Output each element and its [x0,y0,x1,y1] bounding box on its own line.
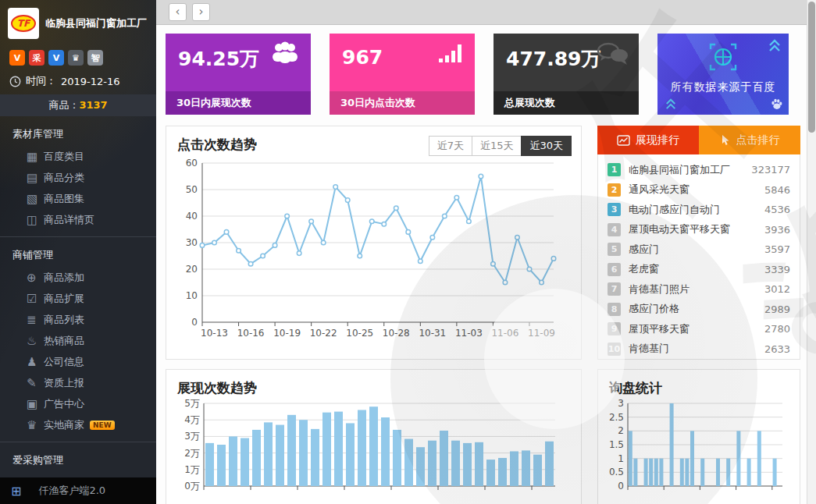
svg-text:10-28: 10-28 [383,328,410,339]
v-cert-badge: V [9,50,25,66]
rank-row: 8感应门价格2989 [608,300,790,320]
rank-value: 2989 [764,303,790,315]
menu-section: 素材库管理▦百度类目▤商品分类▧商品图集◫商品详情页 [0,116,156,230]
sidebar-item-label: 广告中心 [44,397,84,411]
rank-badge: 1 [608,163,621,176]
menu-section-title: 商铺管理 [0,242,156,267]
sidebar-item-label: 公司信息 [44,355,84,369]
user-icon: ♟ [27,355,44,369]
sidebar-item-热销商品[interactable]: ♨热销商品 [0,330,156,351]
company-logo: TF [8,8,39,39]
stat-card-total-impressions: 477.89万 总展现次数 [494,34,639,115]
sidebar-item-百度类目[interactable]: ▦百度类目 [0,146,156,167]
time-row: 时间： 2019-12-16 [0,67,156,94]
svg-text:3万: 3万 [184,431,200,442]
client-app-icon: ⊞ [11,484,21,499]
svg-text:1: 1 [618,453,624,464]
sidebar-item-label: 商品分类 [44,171,84,185]
rank-row: 7肯德基门照片3012 [608,279,790,300]
rank-row: 4屋顶电动天窗平移天窗3936 [608,220,790,240]
svg-text:10-16: 10-16 [237,328,265,339]
stat-card-impressions-30d: 94.25万 30日内展现次数 [166,34,311,115]
doc-check-icon: ☑ [27,292,44,306]
scrollbar-thumb[interactable] [808,2,815,133]
range-tab-近7天[interactable]: 近7天 [429,136,472,156]
product-count: 3137 [79,99,107,111]
product-count-bar: 商品：3137 [0,94,156,116]
rank-name: 老虎窗 [629,262,764,276]
sidebar-item-公司信息[interactable]: ♟公司信息 [0,351,156,372]
svg-text:10: 10 [186,290,198,301]
doc-plus-icon: ✎ [27,376,44,390]
rank-row: 2通风采光天窗5846 [608,180,790,201]
svg-text:40: 40 [186,211,198,222]
clicks-trend-line-chart: 010203040506010-1310-1610-1910-2210-2510… [173,155,563,344]
sidebar-item-商品图集[interactable]: ▧商品图集 [0,188,156,209]
forward-button[interactable]: › [192,3,210,21]
image-icon: ▧ [27,192,44,206]
rank-name: 肯德基门 [629,342,764,356]
tab-click-ranking[interactable]: 点击排行 [699,126,800,154]
sidebar-item-广告中心[interactable]: ▣广告中心 [0,393,156,414]
rank-badge: 2 [608,183,621,197]
tab-impression-ranking[interactable]: 展现排行 [597,126,699,154]
clock-icon [9,76,21,87]
stat-cards-row: 94.25万 30日内展现次数 967 30日内点击次数 [166,34,810,115]
rank-badge: 5 [608,243,621,256]
rank-name: 肯德基门照片 [629,282,764,296]
range-tab-近15天[interactable]: 近15天 [472,136,522,156]
tab-label: 点击排行 [736,133,780,147]
vertical-scrollbar[interactable] [807,0,816,504]
dashboard-content: 94.25万 30日内展现次数 967 30日内点击次数 [156,25,816,504]
banner-text: 所有数据来源于百度 [657,80,789,94]
flame-icon: ♨ [27,334,44,348]
menu-section-title: 爱采购管理 [0,447,156,472]
brand: TF 临朐县同福门窗加工厂 [0,0,156,44]
rank-name: 感应门 [629,243,764,257]
layers-icon: ▤ [27,171,44,185]
chevrons-up-icon [768,38,781,52]
sidebar: TF 临朐县同福门窗加工厂 V采V♛智 时间： 2019-12-16 商品：31… [0,0,156,504]
rank-badge: 4 [608,223,621,236]
zhi-shield-badge: 智 [87,50,103,66]
sidebar-item-label: 百度类目 [44,150,84,164]
chevron-right-icon: › [199,5,204,19]
svg-text:10-22: 10-22 [310,328,337,339]
page-icon: ◫ [27,213,44,227]
new-badge: NEW [90,421,115,430]
impressions-trend-panel: 展现次数趋势 0万1万2万3万4万5万 [166,369,582,504]
sidebar-item-商品详情页[interactable]: ◫商品详情页 [0,209,156,230]
time-value: 2019-12-16 [61,76,120,87]
client-label: 仟渔客户端2.0 [38,484,105,498]
range-tab-近30天[interactable]: 近30天 [521,136,572,156]
rank-name: 电动门感应门自动门 [629,203,764,217]
svg-text:30: 30 [186,237,198,248]
stat-label: 30日内点击次数 [330,91,475,115]
client-bar[interactable]: ⊞ 仟渔客户端2.0 [0,477,156,504]
sidebar-item-实地商家[interactable]: ♛实地商家NEW [0,414,156,435]
rank-row: 3电动门感应门自动门4536 [608,200,790,220]
product-label: 商品： [48,99,79,111]
plus-circle-icon: ⊕ [27,271,44,285]
time-label: 时间： [26,74,56,88]
rank-name: 临朐县同福门窗加工厂 [629,163,751,177]
cai-cert-badge: 采 [29,50,45,66]
click-cursor-icon [720,134,731,146]
sidebar-item-商品扩展[interactable]: ☑商品扩展 [0,288,156,309]
sidebar-item-商品分类[interactable]: ▤商品分类 [0,167,156,188]
logo-text: TF [17,18,30,29]
rank-badge: 6 [608,263,621,276]
svg-text:4万: 4万 [184,414,200,425]
sidebar-item-label: 商品详情页 [44,213,94,227]
svg-text:2.5: 2.5 [609,412,624,423]
sidebar-item-label: 商品扩展 [44,292,84,306]
sidebar-item-商品添加[interactable]: ⊕商品添加 [0,267,156,288]
rank-name: 通风采光天窗 [629,183,764,197]
svg-text:3: 3 [618,399,624,409]
date-range-tabs: 近7天近15天近30天 [429,136,572,156]
sidebar-item-资质上报[interactable]: ✎资质上报 [0,372,156,393]
sidebar-item-label: 商品添加 [44,271,84,285]
svg-text:10-19: 10-19 [273,328,301,339]
back-button[interactable]: ‹ [169,3,187,21]
sidebar-item-商品列表[interactable]: ≣商品列表 [0,309,156,330]
